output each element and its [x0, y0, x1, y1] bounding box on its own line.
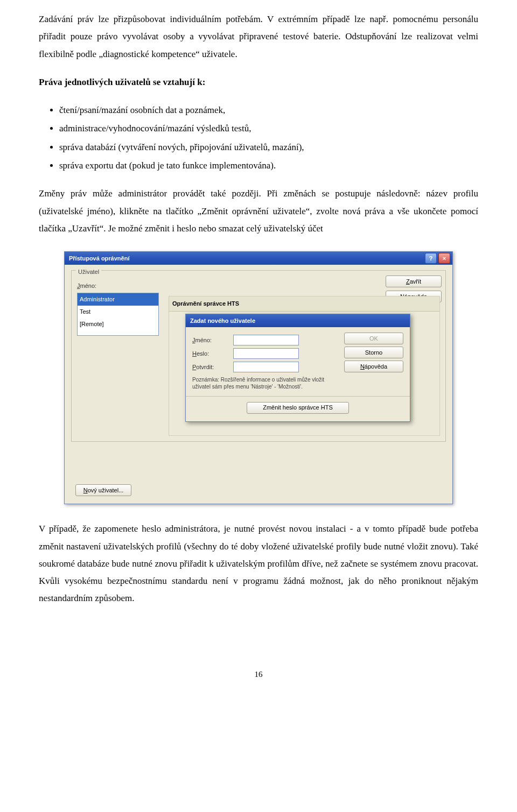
paragraph-intro: Zadávání práv lze přizpůsobovat individu…: [39, 11, 478, 63]
ok-button[interactable]: OK: [344, 333, 403, 344]
permissions-panel: Zadat nového uživatele Jméno:: [169, 312, 440, 436]
dialog-screenshot: Přístupová oprávnění ? × Zavřít Nápověda…: [39, 251, 478, 504]
titlebar: Přístupová oprávnění ? ×: [65, 252, 452, 265]
list-item[interactable]: [Remote]: [78, 318, 158, 330]
groupbox-legend: Uživatel: [76, 266, 101, 278]
sub-window-title: Zadat nového uživatele: [190, 315, 408, 327]
list-item[interactable]: Administrator: [78, 293, 158, 306]
confirm-label: Potvrdit:: [192, 362, 230, 373]
sub-titlebar: Zadat nového uživatele: [186, 314, 410, 327]
name-label: Jméno:: [192, 335, 230, 346]
cancel-button[interactable]: Storno: [344, 347, 403, 358]
rights-heading: Práva jednotlivých uživatelů se vztahují…: [39, 74, 478, 91]
page-number: 16: [39, 667, 478, 682]
list-item[interactable]: Test: [78, 306, 158, 318]
username-label: Jméno:: [77, 280, 159, 292]
new-user-button[interactable]: Nový uživatel...: [75, 484, 131, 496]
password-input[interactable]: [233, 348, 299, 359]
paragraph-changes: Změny práv může administrátor provádět t…: [39, 185, 478, 237]
window-title: Přístupová oprávnění: [69, 253, 423, 264]
user-listbox[interactable]: Administrator Test [Remote]: [77, 293, 159, 336]
list-item: čtení/psaní/mazání osobních dat a poznám…: [59, 102, 478, 119]
confirm-input[interactable]: [233, 362, 299, 372]
list-item: správa databází (vytváření nových, připo…: [59, 139, 478, 156]
close-icon[interactable]: ×: [438, 253, 450, 264]
password-label: Heslo:: [192, 348, 230, 359]
list-item: administrace/vyhodnocování/mazání výsled…: [59, 120, 478, 137]
sub-help-button[interactable]: Nápověda: [344, 361, 403, 372]
access-permission-window: Přístupová oprávnění ? × Zavřít Nápověda…: [64, 251, 453, 504]
help-icon[interactable]: ?: [425, 253, 437, 264]
new-user-dialog: Zadat nového uživatele Jméno:: [185, 314, 410, 422]
user-groupbox: Uživatel Jméno: Administrator Test [Remo…: [71, 270, 446, 442]
rights-list: čtení/psaní/mazání osobních dat a poznám…: [39, 102, 478, 174]
permissions-panel-title: Oprávnění správce HTS: [169, 296, 440, 312]
paragraph-footer: V případě, že zapomenete heslo administr…: [39, 520, 478, 607]
change-admin-password-button[interactable]: Změnit heslo správce HTS: [247, 402, 349, 414]
note-text: Poznámka: Rozšířeně informace o uživatel…: [192, 376, 339, 391]
name-input[interactable]: [233, 335, 299, 345]
list-item: správa exportu dat (pokud je tato funkce…: [59, 157, 478, 174]
